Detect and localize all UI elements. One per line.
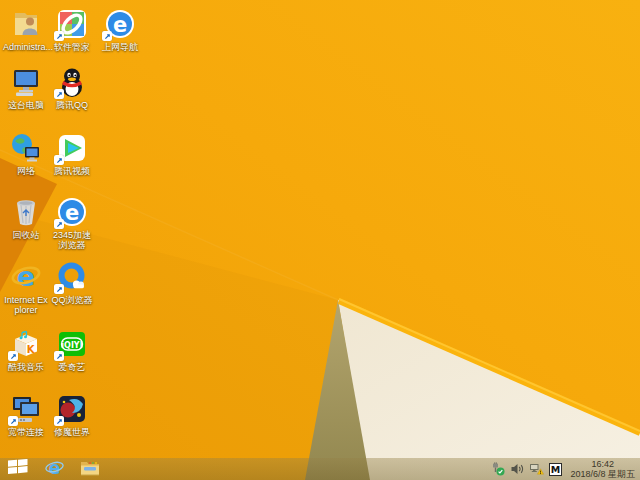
svg-text:e: e <box>17 261 35 292</box>
desktop-icon-internet-explorer[interactable]: e Internet Explorer <box>3 261 49 315</box>
safely-remove-hardware-icon[interactable] <box>491 462 505 476</box>
desktop-icon-label: 修魔世界 <box>49 427 95 437</box>
svg-text:e: e <box>48 458 60 477</box>
computer-icon <box>10 66 42 98</box>
ie-icon: e <box>10 261 42 293</box>
qq-penguin-icon <box>56 66 88 98</box>
desktop-icon-label: 腾讯视频 <box>49 166 95 176</box>
wallpaper <box>0 0 640 480</box>
shortcut-arrow-icon <box>54 351 64 361</box>
desktop-icon-2345-browser[interactable]: e 2345加速浏览器 <box>49 196 95 250</box>
network-warning-icon[interactable] <box>529 462 544 476</box>
folder-icon <box>80 459 100 480</box>
svg-text:e: e <box>113 13 127 37</box>
volume-icon[interactable] <box>510 462 524 476</box>
music-box-icon: K <box>10 328 42 360</box>
taskbar-file-explorer-button[interactable] <box>72 458 108 480</box>
blue-e-browser-icon: e <box>104 8 136 40</box>
start-button[interactable] <box>0 458 36 480</box>
desktop-icon-label: 软件管家 <box>49 42 95 52</box>
desktop-icon-administrator[interactable]: Administra... <box>3 8 49 52</box>
taskbar-clock[interactable]: 16:42 2018/6/8 星期五 <box>567 459 635 479</box>
shortcut-arrow-icon <box>54 284 64 294</box>
shortcut-arrow-icon <box>8 351 18 361</box>
desktop-icon-label: 回收站 <box>3 230 49 240</box>
user-folder-icon <box>10 8 42 40</box>
svg-text:iQIYI: iQIYI <box>61 341 82 350</box>
windows-logo-icon <box>8 459 28 479</box>
game-icon <box>56 393 88 425</box>
desktop-icon-label: 酷我音乐 <box>3 362 49 372</box>
desktop-icon-internet-navigation[interactable]: e 上网导航 <box>97 8 143 52</box>
shortcut-arrow-icon <box>102 31 112 41</box>
desktop-icon-qq-browser[interactable]: QQ浏览器 <box>49 261 95 305</box>
desktop-icon-this-pc[interactable]: 这台电脑 <box>3 66 49 110</box>
desktop-icon-label: 爱奇艺 <box>49 362 95 372</box>
blue-e-browser-icon: e <box>56 196 88 228</box>
dual-monitor-icon <box>10 393 42 425</box>
desktop-icon-tencent-video[interactable]: 腾讯视频 <box>49 132 95 176</box>
desktop-icon-label: 这台电脑 <box>3 100 49 110</box>
shortcut-arrow-icon <box>54 416 64 426</box>
desktop-icon-label: QQ浏览器 <box>49 295 95 305</box>
shortcut-arrow-icon <box>54 31 64 41</box>
system-tray: M 16:42 2018/6/8 星期五 <box>491 458 640 480</box>
desktop-icon-broadband-connection[interactable]: 宽带连接 <box>3 393 49 437</box>
svg-text:M: M <box>551 464 560 475</box>
desktop-icon-label: 网络 <box>3 166 49 176</box>
clock-date: 2018/6/8 星期五 <box>570 469 635 479</box>
shortcut-arrow-icon <box>54 155 64 165</box>
svg-text:K: K <box>27 344 36 355</box>
desktop-icon-software-manager[interactable]: 软件管家 <box>49 8 95 52</box>
recycle-bin-icon <box>10 196 42 228</box>
desktop-icon-recycle-bin[interactable]: 回收站 <box>3 196 49 240</box>
input-method-icon[interactable]: M <box>549 463 562 476</box>
desktop-icon-xiumo-world[interactable]: 修魔世界 <box>49 393 95 437</box>
desktop-icon-tencent-qq[interactable]: 腾讯QQ <box>49 66 95 110</box>
desktop-icon-label: 上网导航 <box>97 42 143 52</box>
desktop-icon-label: Internet Explorer <box>3 295 49 315</box>
desktop-icon-iqiyi[interactable]: iQIYI 爱奇艺 <box>49 328 95 372</box>
shortcut-arrow-icon <box>54 219 64 229</box>
play-triangle-icon <box>56 132 88 164</box>
desktop-icon-kuwo-music[interactable]: K 酷我音乐 <box>3 328 49 372</box>
desktop-icon-label: 腾讯QQ <box>49 100 95 110</box>
desktop-icon-network[interactable]: 网络 <box>3 132 49 176</box>
clock-time: 16:42 <box>570 459 635 469</box>
shortcut-arrow-icon <box>54 89 64 99</box>
iqiyi-icon: iQIYI <box>56 328 88 360</box>
desktop: Administra... 软件管家 e 上网导航 这台电脑 腾讯QQ <box>0 0 640 480</box>
desktop-icon-label: Administra... <box>3 42 49 52</box>
shortcut-arrow-icon <box>8 416 18 426</box>
desktop-icon-label: 宽带连接 <box>3 427 49 437</box>
taskbar-internet-explorer-button[interactable]: e <box>36 458 72 480</box>
svg-text:e: e <box>65 201 79 225</box>
desktop-icon-label: 2345加速浏览器 <box>49 230 95 250</box>
taskbar: e M 16:42 2018/6/8 星期五 <box>0 458 640 480</box>
ie-icon: e <box>45 458 64 480</box>
qq-browser-icon <box>56 261 88 293</box>
network-globe-icon <box>10 132 42 164</box>
software-manager-icon <box>56 8 88 40</box>
